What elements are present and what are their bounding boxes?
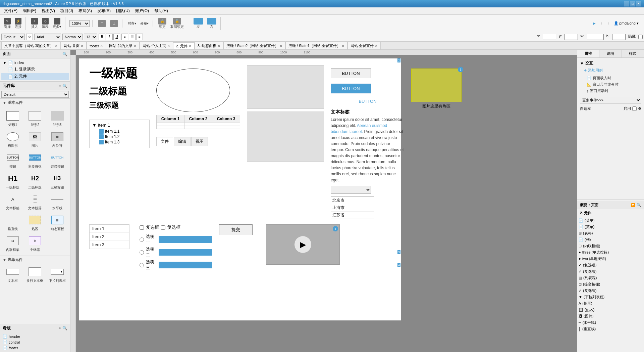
minimize-btn[interactable]: ─ (624, 1, 629, 6)
tab-close-icon[interactable]: ✕ (218, 44, 220, 48)
tab-state1[interactable]: 液硅 / State1（网站-会员宣传）✕ (285, 42, 347, 49)
canvas-content[interactable]: 一级标题 二级标题 三级标题 ▼ Item 1 (76, 55, 577, 352)
tab-close-icon[interactable]: ✕ (189, 44, 192, 48)
more-btn[interactable]: ⋯ 更多▾ (51, 17, 62, 30)
list-widget[interactable]: Item 1 Item 2 Item 3 (89, 224, 129, 249)
h2-element[interactable]: 二级标题 (89, 85, 150, 98)
y-input[interactable] (565, 34, 578, 40)
video-play-icon[interactable]: ▶ (294, 236, 311, 253)
lock-btn[interactable]: 🔒 锁定 (157, 17, 168, 30)
select-tool-btn[interactable]: ↖ 选择 (3, 17, 12, 30)
widget-paragraph[interactable]: ≡≡≡≡≡≡ 文本段落 (25, 192, 45, 211)
widget-rect3[interactable]: 矩形3 (47, 109, 67, 128)
widget-category-select[interactable]: Default (1, 91, 69, 98)
page-login[interactable]: 📄 1. 登录演示 (1, 66, 69, 73)
tab-components[interactable]: 2. 元件✕ (173, 42, 195, 50)
tree-child-3[interactable]: Item 1.3 (99, 140, 147, 144)
tab-close-icon[interactable]: ✕ (81, 44, 84, 48)
ov-item-listbox[interactable]: ▤ (列表程) (577, 275, 644, 281)
h1-element[interactable]: 一级标题 (89, 65, 150, 82)
tab-properties[interactable]: 属性 (577, 50, 599, 57)
ov-item-rect[interactable]: 📄 (英单) (577, 217, 644, 224)
insert-btn[interactable]: + 插入 (30, 17, 39, 30)
widget-vline[interactable]: 垂直线 (3, 213, 23, 232)
filter-icon[interactable]: 🔽 (631, 203, 635, 207)
close-btn[interactable]: ✕ (636, 1, 641, 6)
tree-child-2[interactable]: Item 1.2 (99, 134, 147, 139)
ov-item-dropdown[interactable]: ▼ (下拉列表程) (577, 294, 644, 300)
widget-oval[interactable]: 椭圆形 (3, 130, 23, 149)
listbox-item-beijing[interactable]: 北京市 (331, 197, 374, 204)
ov-item-check2[interactable]: ✓ (复选项) (577, 268, 644, 275)
tab-close-icon[interactable]: ✕ (55, 44, 58, 48)
tab-file-btn[interactable]: 文件 (156, 137, 173, 146)
preview-btn[interactable]: ▶ (592, 21, 597, 26)
list-item-1[interactable]: Item 1 (90, 225, 129, 233)
tab-footer[interactable]: footer✕ (87, 42, 106, 49)
share-btn[interactable]: ↑ (600, 21, 604, 26)
tab-close-icon[interactable]: ✕ (167, 44, 170, 48)
default-button[interactable]: BUTTON (331, 69, 371, 78)
menu-team[interactable]: 团队(U) (113, 7, 132, 14)
tab-close-icon[interactable]: ✕ (134, 44, 137, 48)
bottom-align-btn[interactable]: ⊥ (109, 19, 119, 28)
ov-item-check3[interactable]: ✓ (复选项) (577, 288, 644, 294)
tab-member[interactable]: 网站-会员宣传✕ (347, 42, 381, 49)
style-select[interactable]: Normal (62, 34, 83, 40)
publish-btn[interactable]: ↑ (607, 21, 611, 26)
underline-btn[interactable]: U (113, 34, 120, 40)
link-button[interactable]: BUTTON (331, 99, 405, 104)
ov-item-check1[interactable]: ✓ (复选项) (577, 262, 644, 268)
h-input[interactable] (612, 34, 626, 40)
ov-item-radio-three[interactable]: ● three (单选按钮) (577, 249, 644, 256)
align-dropdown-btn[interactable]: 对齐▾ (126, 20, 138, 27)
master-footer[interactable]: 📄 footer (1, 345, 69, 351)
event-scroll[interactable]: ↕ 窗口滚动时 (585, 88, 641, 94)
tab-article[interactable]: 文章中提客（网站-我的文章）✕ (1, 42, 61, 49)
tab-home[interactable]: 网站-首页✕ (61, 42, 87, 49)
submit-button[interactable]: 提交 (219, 224, 253, 235)
listbox-item-shanghai[interactable]: 上海市 (331, 204, 374, 212)
video-placeholder[interactable]: ▶ 6 (266, 224, 340, 265)
list-item-3[interactable]: Item 3 (90, 241, 129, 249)
tab-style[interactable]: 样式 (622, 50, 644, 57)
widget-button[interactable]: BUTTON 按钮 (3, 151, 23, 170)
tab-close-icon[interactable]: ✕ (100, 44, 103, 48)
checkbox-2[interactable] (161, 225, 165, 230)
tab-state2[interactable]: 液硅 / State2（网站-会员宣传）✕ (223, 42, 285, 49)
ov-item-col[interactable]: 📄 (列) (577, 236, 644, 243)
menu-publish[interactable]: 发布(S) (95, 7, 113, 14)
widget-placeholder[interactable]: ⊕ 占位符 (47, 130, 67, 149)
h3-element[interactable]: 三级标题 (89, 100, 150, 111)
ov-item-submit[interactable]: ⊡ (提交按钮) (577, 281, 644, 288)
widget-image[interactable]: 🖼 图片 (25, 130, 45, 149)
page-components[interactable]: 📄 2. 元件 (1, 73, 69, 80)
master-control[interactable]: 📄 control (1, 339, 69, 345)
oval-element[interactable] (156, 69, 230, 112)
widget-rect2[interactable]: 矩形2 (25, 109, 45, 128)
pages-add-btn[interactable]: + (59, 52, 61, 56)
widget-menu-btn[interactable]: ≡ (59, 84, 61, 88)
widget-textbox[interactable]: 文本框 (3, 265, 23, 284)
radio-1[interactable] (140, 237, 144, 242)
hotspot-element[interactable]: 1 (411, 69, 462, 102)
collapse-icon[interactable]: ▼ (3, 101, 6, 105)
ov-item-rect-a[interactable]: A (矩形) (577, 300, 644, 307)
search-icon[interactable]: 🔍 (637, 203, 641, 207)
bold-btn[interactable]: B (99, 34, 105, 40)
masters-add-btn[interactable]: + (59, 326, 61, 331)
tab-close-icon[interactable]: ✕ (375, 44, 378, 48)
tab-close-icon[interactable]: ✕ (280, 44, 282, 48)
widget-dynamic[interactable]: ▤ 动态面板 (47, 213, 67, 232)
tree-expand-icon[interactable]: ▼ (92, 123, 97, 128)
masters-search-btn[interactable]: 🔍 (62, 326, 67, 331)
x-input[interactable] (543, 34, 556, 40)
widget-rect1[interactable]: 矩形1 (3, 109, 23, 128)
align-right-btn[interactable]: ≡ (136, 34, 143, 40)
zoom-select[interactable]: 100% (69, 20, 90, 27)
connect-tool-btn[interactable]: ⚡ 连接 (13, 17, 23, 30)
ov-item-table[interactable]: ⊞ (表格) (577, 230, 644, 236)
widget-repeater[interactable]: ↻ 中继器 (25, 234, 45, 253)
widget-h2[interactable]: H2 二级标题 (25, 172, 45, 190)
ov-item-list[interactable]: 📄 (英单) (577, 224, 644, 230)
